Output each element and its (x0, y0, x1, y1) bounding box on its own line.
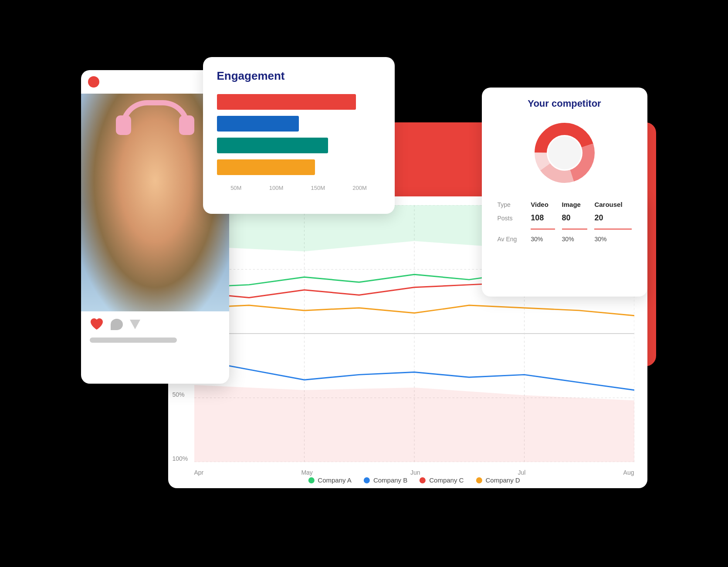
legend-label-d: Company D (485, 476, 520, 484)
competitor-title: Your competitor (494, 98, 635, 109)
competitor-card: Your competitor Type Video (482, 88, 647, 297)
svg-point-13 (548, 136, 581, 169)
table-header-row: Type Video Image Carousel (494, 198, 635, 211)
headphone-right-ear (179, 115, 194, 135)
posts-image-value: 80 (559, 211, 591, 225)
posts-row: Posts 108 80 20 (494, 211, 635, 225)
engagement-title: Engagement (217, 69, 381, 83)
x-label-jun: Jun (410, 469, 420, 476)
red-divider-video (531, 229, 555, 230)
share-icon[interactable] (130, 320, 140, 329)
legend-label-a: Company A (318, 476, 352, 484)
scene: 100% 50% 50% 100% (81, 44, 647, 523)
axis-label-100m: 100M (269, 185, 284, 191)
red-divider-carousel (594, 229, 631, 230)
y-label-bot: 100% (173, 455, 188, 462)
x-label-aug: Aug (623, 469, 634, 476)
x-axis-labels: Apr May Jun Jul Aug (194, 469, 634, 476)
av-eng-row: Av Eng 30% 30% 30% (494, 233, 635, 245)
legend-company-d: Company D (476, 476, 520, 484)
bar-axis: 50M 100M 150M 200M (217, 185, 381, 191)
legend-label-c: Company C (429, 476, 464, 484)
chart-legend: Company A Company B Company C Company D (308, 476, 520, 484)
donut-chart-svg (530, 118, 599, 188)
record-dot (88, 76, 99, 88)
legend-dot-a (308, 477, 314, 483)
bar-row-teal (217, 137, 381, 154)
heart-icon[interactable] (90, 318, 104, 331)
engagement-bar-chart (217, 93, 381, 176)
donut-chart-container (494, 118, 635, 188)
y-label-mid-bot: 50% (173, 391, 188, 398)
axis-label-200m: 200M (352, 185, 367, 191)
x-label-jul: Jul (518, 469, 526, 476)
x-label-may: May (301, 469, 312, 476)
comment-input-bar[interactable] (90, 338, 177, 343)
av-eng-video-value: 30% (527, 233, 558, 245)
bar-row-blue (217, 115, 381, 132)
competitor-table: Type Video Image Carousel Posts 108 80 2… (494, 198, 635, 245)
red-line-row (494, 225, 635, 233)
legend-company-b: Company B (364, 476, 407, 484)
legend-company-a: Company A (308, 476, 352, 484)
av-eng-image-value: 30% (559, 233, 591, 245)
video-header: Video (527, 198, 558, 211)
carousel-header: Carousel (591, 198, 635, 211)
av-eng-label: Av Eng (494, 233, 528, 245)
bar-blue (217, 116, 299, 132)
image-header: Image (559, 198, 591, 211)
engagement-card: Engagement 50M 100M 150M 200M (203, 57, 395, 214)
axis-label-150m: 150M (311, 185, 325, 191)
bar-teal (217, 138, 328, 153)
av-eng-carousel-value: 30% (591, 233, 635, 245)
headphones-icon (116, 100, 194, 135)
social-card-actions[interactable] (81, 311, 229, 338)
x-label-apr: Apr (194, 469, 204, 476)
red-divider-image (562, 229, 588, 230)
posts-carousel-value: 20 (591, 211, 635, 225)
posts-label: Posts (494, 211, 528, 225)
bar-gold (217, 159, 315, 175)
comment-icon[interactable] (111, 319, 123, 330)
legend-dot-b (364, 477, 370, 483)
bar-red (217, 94, 356, 110)
bar-row-gold (217, 159, 381, 176)
legend-dot-d (476, 477, 482, 483)
type-label: Type (494, 198, 528, 211)
legend-dot-c (420, 477, 426, 483)
legend-company-c: Company C (420, 476, 464, 484)
axis-label-50m: 50M (230, 185, 241, 191)
posts-video-value: 108 (527, 211, 558, 225)
legend-label-b: Company B (373, 476, 407, 484)
bar-row-red (217, 93, 381, 111)
